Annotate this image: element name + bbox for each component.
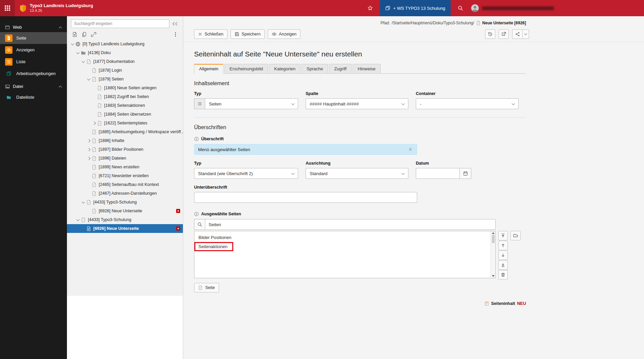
tree-toggle[interactable] [75,217,80,222]
tree-node-6926-neue-unterseite[interactable]: [6926] Neue Unterseite [67,224,183,233]
tab-hinweise[interactable]: Hinweise [353,64,381,73]
type-select[interactable]: Seiten [205,98,298,109]
link-page-button[interactable] [91,32,96,37]
collapse-pagetree-button[interactable] [172,21,180,26]
page-icon [92,68,97,73]
save-button[interactable]: Speichern [231,29,265,39]
tree-toggle[interactable] [86,138,91,143]
modules-toggle-button[interactable] [0,0,15,16]
close-button[interactable]: Schließen [194,29,228,39]
container-select[interactable]: - [416,98,519,109]
type-label: Typ [194,91,298,96]
tree-node-1896-dateien[interactable]: [1896] Dateien [67,154,183,163]
module-item-dateiliste[interactable]: Dateiliste [0,91,67,103]
tree-toggle[interactable] [70,41,75,47]
history-button[interactable] [485,29,495,39]
scroll-down-arrow-icon[interactable] [492,275,495,277]
clear-headline-button[interactable] [408,147,413,152]
column-select[interactable]: ##### Hauptinhalt ##### [306,98,408,109]
tree-node-1877-dokumentation[interactable]: [1877] Dokumentation [67,57,183,66]
alignment-select[interactable]: Standard [306,168,408,179]
share-button[interactable] [512,29,522,39]
multiple-pages-button[interactable] [81,32,87,37]
open-in-new-window-button[interactable] [499,29,509,39]
tree-node-1882-zugriff-bei-seiten[interactable]: [1882] Zugriff bei Seiten [67,92,183,101]
tree-node-4433-typo3-schulung[interactable]: [4433] Typo3-Schulung [67,198,183,207]
tree-node-1886-inhalte[interactable]: [1886] Inhalte [67,136,183,145]
tree-toggle[interactable] [91,120,97,126]
record-search-input[interactable] [205,219,496,230]
tree-node-1897-bilder-positionen[interactable]: [1897] Bilder Positionen [67,145,183,154]
scroll-up-arrow-icon[interactable] [492,232,495,234]
module-section-header-datei[interactable]: Datei [0,81,67,91]
tree-node-1880-neue-seiten-anlegen[interactable]: [1880] Neue Seiten anlegen [67,83,183,92]
module-item-anzeigen[interactable]: Anzeigen [0,44,67,56]
move-down-button[interactable] [498,250,508,260]
user-menu[interactable] [467,0,558,16]
tab-sprache[interactable]: Sprache [302,64,328,73]
tab-allgemein[interactable]: Allgemein [194,64,223,74]
tree-toggle[interactable] [80,199,86,205]
star-icon [367,5,373,11]
tab-erscheinungsbild[interactable]: Erscheinungsbild [224,64,268,73]
record-search-button[interactable] [194,219,205,230]
tree-node-2467-adressen-darstellungen[interactable]: [2467] Adressen-Darstellungen [67,189,183,198]
view-button[interactable]: Anzeigen [268,29,301,39]
tree-node-1885-arbeitsumgebung-workspace-veröff[interactable]: [1885] Arbeitsumgebung / Workspace veröf… [67,127,183,136]
tree-toggle[interactable] [80,59,86,64]
new-page-button[interactable] [72,32,77,37]
bookmark-button[interactable] [364,0,377,16]
tree-node-1879-seiten[interactable]: [1879] Seiten [67,75,183,83]
tree-node-1622-seitentemplates[interactable]: [1622] Seitentemplates [67,119,183,127]
date-picker-button[interactable] [460,168,471,179]
tree-node-1878-login[interactable]: [1878] Login [67,66,183,75]
subheadline-input[interactable] [194,192,417,203]
headline-input[interactable]: Menü ausgewählter Seiten [194,144,417,155]
remove-item-button[interactable] [498,270,508,280]
module-section-header-web[interactable]: Web [0,22,67,32]
chevron-up-icon [59,86,62,89]
tree-node-6721-newsletter-erstellen[interactable]: [6721] Newsletter erstellen [67,171,183,180]
tree-more-options-button[interactable] [173,32,178,37]
move-to-top-button[interactable] [498,231,508,240]
tab-kategorien[interactable]: Kategorien [269,64,301,73]
move-up-button[interactable] [498,241,508,250]
selected-pages-listbox[interactable]: Bilder PositionenSeitenaktionen [194,231,496,278]
tree-node-1883-seitenaktionen[interactable]: [1883] Seitenaktionen [67,101,183,110]
chevron-down-icon [81,59,85,63]
tree-node-label: [4433] Typo3-Schulung [88,217,131,222]
add-page-button[interactable]: Seite [194,283,219,292]
browse-records-button[interactable] [510,231,521,240]
search-button[interactable] [454,0,467,16]
scrollbar-thumb[interactable] [492,235,495,243]
tree-node-4433-typo3-schulung[interactable]: [4433] Typo3-Schulung [67,215,183,224]
tree-node-1899-news-erstellen[interactable]: [1899] News erstellen [67,163,183,171]
pagetree-search-input[interactable] [71,19,169,28]
tree-node-6926-neue-unterseite[interactable]: [6926] Neue Unterseite [67,207,183,215]
tree-toggle[interactable] [75,50,80,55]
tree-node-0-typo3-landkreis-ludwigsburg[interactable]: [0] Typo3 Landkreis Ludwigsburg [67,40,183,48]
tree-toggle[interactable] [86,76,91,82]
selected-pages-item[interactable]: Seitenaktionen [194,242,495,251]
tree-node-label: [1882] Zugriff bei Seiten [104,94,149,99]
tree-node-1884-seiten-übersetzen[interactable]: [1884] Seiten übersetzen [67,110,183,119]
listbox-scrollbar[interactable] [491,231,495,278]
tree-node-4136-doku[interactable]: [4136] Doku [67,48,183,57]
workspace-button[interactable]: + WS TYPO3 13 Schulung [380,0,451,16]
move-to-bottom-icon [501,263,505,267]
date-input[interactable] [416,168,460,179]
tree-node-2465-seitenaufbau-mit-kontext[interactable]: [2465] Seitenaufbau mit Kontext [67,180,183,189]
tab-zugriff[interactable]: Zugriff [329,64,352,73]
trash-icon [501,272,505,277]
tree-toggle[interactable] [86,147,91,152]
selected-pages-item[interactable]: Bilder Positionen [194,233,495,242]
module-item-seite[interactable]: Seite [0,32,67,44]
chevron-left-icon [175,22,179,25]
module-item-liste[interactable]: Liste [0,56,67,68]
tree-toggle[interactable] [86,155,91,161]
share-dropdown-button[interactable] [522,29,529,39]
move-to-bottom-button[interactable] [498,260,508,270]
chevron-down-icon [87,77,90,80]
headline-type-select[interactable]: Standard (wie Überschrift 2) [194,168,298,179]
module-item-arbeitsumgebungen[interactable]: Arbeitsumgebungen [0,68,67,79]
